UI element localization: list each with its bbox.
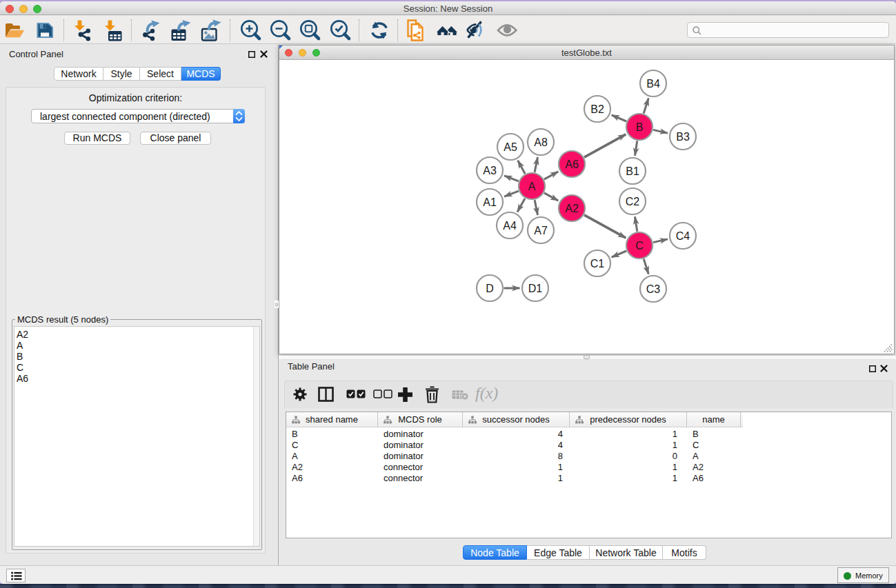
svg-text:C: C <box>635 240 644 252</box>
svg-text:B2: B2 <box>590 103 604 115</box>
svg-text:C1: C1 <box>590 258 605 270</box>
svg-text:A6: A6 <box>565 159 579 170</box>
svg-text:D1: D1 <box>528 283 543 294</box>
svg-text:A8: A8 <box>534 136 548 148</box>
svg-text:A3: A3 <box>483 165 497 176</box>
svg-text:B4: B4 <box>646 78 660 90</box>
svg-text:A5: A5 <box>504 141 517 153</box>
svg-text:B3: B3 <box>676 131 690 143</box>
svg-text:A: A <box>528 181 536 192</box>
svg-text:A7: A7 <box>534 225 548 236</box>
svg-text:D: D <box>486 283 494 294</box>
svg-text:A1: A1 <box>483 196 497 208</box>
svg-text:C3: C3 <box>646 283 661 295</box>
svg-text:C2: C2 <box>626 196 640 207</box>
svg-text:C4: C4 <box>676 230 690 242</box>
svg-text:A2: A2 <box>565 203 579 214</box>
svg-text:B: B <box>636 121 644 133</box>
svg-text:A4: A4 <box>503 220 517 232</box>
svg-text:B1: B1 <box>626 165 639 177</box>
